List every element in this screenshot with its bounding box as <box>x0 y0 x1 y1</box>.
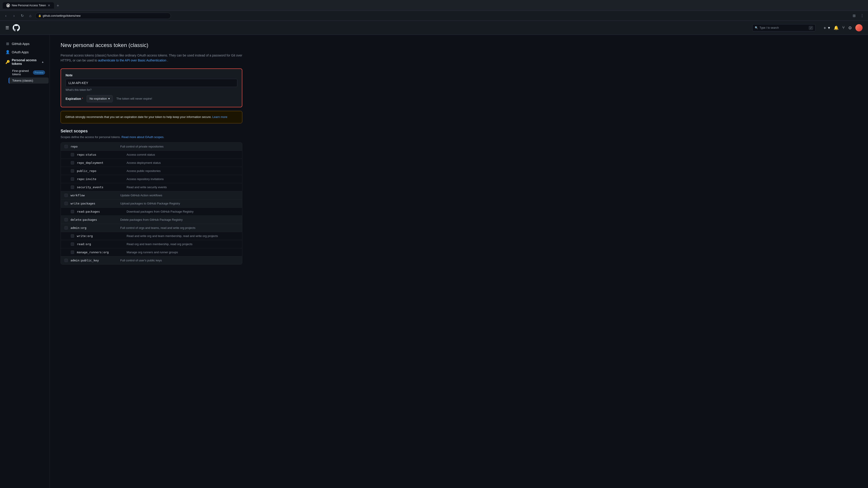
sidebar-item-personal-access-tokens[interactable]: 🔑 Personal access tokens ▲ <box>2 57 48 67</box>
hamburger-icon[interactable]: ☰ <box>5 25 9 30</box>
new-tab-icon[interactable]: ＋ <box>56 3 60 8</box>
new-menu-button[interactable]: ＋ ▾ <box>823 25 830 31</box>
reload-button[interactable]: ↻ <box>19 13 25 19</box>
back-button[interactable]: ‹ <box>3 13 9 19</box>
scope-name: read:org <box>77 242 122 246</box>
scope-checkbox-admin-public-key[interactable] <box>64 259 68 262</box>
tab-close-icon[interactable]: ✕ <box>48 4 51 7</box>
sidebar-item-github-apps[interactable]: ⊞ GitHub Apps <box>2 40 48 48</box>
issues-button[interactable]: ⊙ <box>848 25 852 30</box>
scope-desc: Full control of orgs and teams, read and… <box>116 226 239 230</box>
warning-text: GitHub strongly recommends that you set … <box>65 115 238 120</box>
tab-title: New Personal Access Token <box>12 4 46 7</box>
required-indicator: * <box>82 97 83 100</box>
forward-button[interactable]: › <box>11 13 17 19</box>
learn-more-link[interactable]: Learn more <box>212 115 227 119</box>
scope-checkbox-manage-runners-org[interactable] <box>71 251 74 254</box>
page-description: Personal access tokens (classic) functio… <box>61 53 242 63</box>
scope-checkbox-write-packages[interactable] <box>64 202 68 205</box>
scope-checkbox-public-repo[interactable] <box>71 169 74 173</box>
scope-name: repo:status <box>77 153 122 156</box>
lock-icon: 🔒 <box>38 14 41 17</box>
expiration-label: Expiration <box>66 97 81 101</box>
scope-row: repo:inviteAccess repository invitations <box>61 175 242 183</box>
dropdown-chevron-icon: ▾ <box>108 97 110 100</box>
extensions-button[interactable]: ⊞ <box>851 13 857 19</box>
scope-checkbox-security-events[interactable] <box>71 186 74 189</box>
scope-checkbox-repo-deployment[interactable] <box>71 161 74 164</box>
scope-desc: Full control of user's public keys <box>116 259 239 262</box>
scope-checkbox-admin-org[interactable] <box>64 226 68 230</box>
search-shortcut: / <box>809 26 813 29</box>
description-end: . <box>167 59 168 62</box>
sidebar-item-tokens-classic[interactable]: Tokens (classic) <box>8 77 49 84</box>
scope-row: repoFull control of private repositories <box>61 142 242 151</box>
url-text: github.com/settings/tokens/new <box>43 14 81 18</box>
scopes-table: repoFull control of private repositories… <box>61 142 242 265</box>
expiration-warning: GitHub strongly recommends that you set … <box>61 111 242 123</box>
oauth-apps-icon: 👤 <box>5 50 9 54</box>
personal-tokens-icon: 🔑 <box>5 60 9 64</box>
sidebar-item-github-apps-label: GitHub Apps <box>12 42 30 46</box>
scope-row: read:orgRead org and team membership, re… <box>61 240 242 248</box>
scope-checkbox-workflow[interactable] <box>64 194 68 197</box>
scope-row: write:orgRead and write org and team mem… <box>61 232 242 240</box>
preview-badge: Preview <box>33 70 45 74</box>
note-hint: What's this token for? <box>66 88 237 92</box>
scope-desc: Access commit status <box>122 153 239 156</box>
scope-desc: Download packages from GitHub Package Re… <box>122 210 239 213</box>
home-button[interactable]: ⌂ <box>27 13 33 19</box>
pull-requests-button[interactable]: ⑂ <box>842 25 845 30</box>
scope-desc: Update GitHub Action workflows <box>116 194 239 197</box>
scope-desc: Upload packages to GitHub Package Regist… <box>116 202 239 205</box>
scope-desc: Manage org runners and runner groups <box>122 251 239 254</box>
api-auth-link[interactable]: authenticate to the API over Basic Authe… <box>98 59 166 62</box>
scope-row: admin:public_keyFull control of user's p… <box>61 256 242 264</box>
github-topnav: ☰ 🔍 Type / to search / ＋ ▾ 🔔 ⑂ ⊙ <box>0 21 868 35</box>
search-placeholder: Type / to search <box>760 26 779 29</box>
pat-submenu: Fine-grained tokens Preview Tokens (clas… <box>8 68 50 84</box>
scope-checkbox-repo-invite[interactable] <box>71 177 74 181</box>
nav-icons: ＋ ▾ 🔔 ⑂ ⊙ <box>823 24 863 31</box>
scope-row: repo:statusAccess commit status <box>61 151 242 159</box>
note-input[interactable] <box>66 79 237 87</box>
scope-row: delete:packagesDelete packages from GitH… <box>61 216 242 224</box>
sidebar-item-fine-grained[interactable]: Fine-grained tokens Preview <box>8 68 49 77</box>
scope-desc: Read and write org and team membership, … <box>122 234 239 238</box>
scope-desc: Access public repositories <box>122 169 239 173</box>
search-icon: 🔍 <box>755 26 758 29</box>
user-avatar[interactable] <box>855 24 863 31</box>
scope-desc: Access deployment status <box>122 161 239 164</box>
menu-button[interactable]: ⋮ <box>859 13 865 19</box>
scope-checkbox-read-org[interactable] <box>71 242 74 246</box>
scopes-description: Scopes define the access for personal to… <box>61 135 242 139</box>
address-bar[interactable]: 🔒 github.com/settings/tokens/new <box>35 13 171 19</box>
scope-name: read:packages <box>77 210 122 213</box>
scope-name: repo_deployment <box>77 161 122 164</box>
browser-tab[interactable]: New Personal Access Token ✕ <box>3 2 54 8</box>
main-layout: ⊞ GitHub Apps 👤 OAuth Apps 🔑 Personal ac… <box>0 35 868 488</box>
token-form-section: Note What's this token for? Expiration *… <box>61 68 242 107</box>
scope-name: admin:org <box>70 226 116 230</box>
expiration-note: The token will never expire! <box>116 97 152 100</box>
scope-checkbox-repo[interactable] <box>64 145 68 148</box>
notifications-button[interactable]: 🔔 <box>834 25 839 30</box>
scope-checkbox-read-packages[interactable] <box>71 210 74 213</box>
note-label: Note <box>66 73 237 77</box>
github-apps-icon: ⊞ <box>5 41 9 46</box>
sidebar-item-oauth-apps[interactable]: 👤 OAuth Apps <box>2 48 48 56</box>
global-search[interactable]: 🔍 Type / to search / <box>752 24 815 31</box>
scope-checkbox-delete-packages[interactable] <box>64 218 68 221</box>
oauth-scopes-link[interactable]: Read more about OAuth scopes. <box>122 135 164 139</box>
expiration-select[interactable]: No expiration ▾ <box>87 95 113 102</box>
scopes-title: Select scopes <box>61 129 242 133</box>
scope-row: public_repoAccess public repositories <box>61 167 242 175</box>
scope-desc: Delete packages from GitHub Package Regi… <box>116 218 239 221</box>
scope-checkbox-write-org[interactable] <box>71 234 74 238</box>
scope-checkbox-repo-status[interactable] <box>71 153 74 156</box>
scope-name: security_events <box>77 186 122 189</box>
scope-desc: Full control of private repositories <box>116 145 239 148</box>
expiration-option-label: No expiration <box>90 97 107 100</box>
github-logo <box>13 24 20 31</box>
tokens-classic-label: Tokens (classic) <box>12 79 33 82</box>
